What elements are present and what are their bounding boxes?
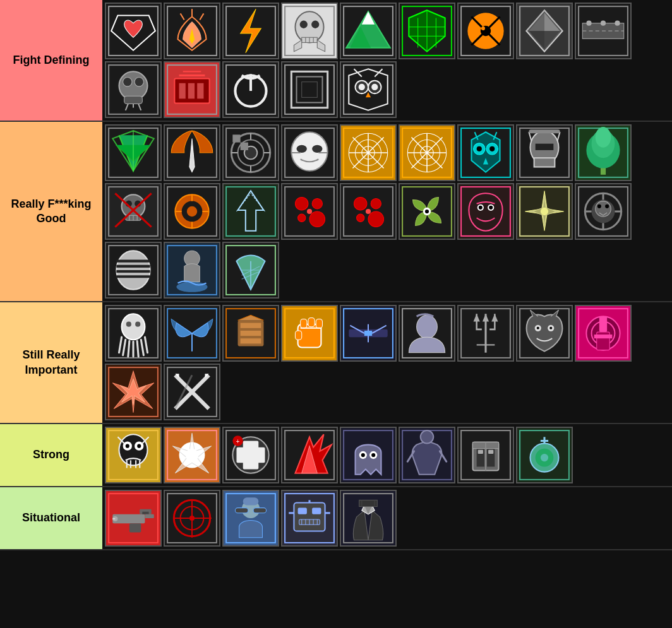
svg-point-177 — [307, 209, 312, 214]
owl-icon[interactable] — [340, 61, 397, 118]
mask-icon[interactable] — [281, 124, 338, 181]
feather-icon[interactable] — [222, 242, 279, 299]
barrier-icon[interactable] — [575, 3, 632, 59]
medic-cross-icon[interactable]: + — [222, 427, 279, 483]
tree-icon[interactable] — [575, 124, 632, 181]
arrow-up-icon[interactable] — [222, 183, 279, 240]
starburst-icon[interactable] — [164, 427, 220, 483]
svg-text:+: + — [236, 438, 240, 445]
svg-point-183 — [368, 211, 384, 227]
svg-rect-331 — [478, 450, 483, 454]
svg-point-180 — [354, 197, 366, 210]
power-icon[interactable] — [222, 61, 279, 118]
svg-rect-63 — [179, 83, 186, 99]
svg-rect-344 — [129, 523, 141, 532]
tier-label-situational: Situational — [0, 487, 102, 549]
svg-rect-279 — [594, 335, 613, 338]
sniper-scope-icon[interactable] — [164, 490, 220, 547]
svg-point-102 — [291, 132, 327, 170]
svg-point-174 — [312, 199, 322, 209]
gas-skull-icon[interactable] — [105, 61, 162, 118]
suit-tie-icon[interactable] — [340, 490, 397, 547]
panda-target-icon[interactable] — [281, 183, 338, 240]
profile-icon[interactable] — [399, 305, 455, 362]
diamond-icon[interactable] — [516, 3, 573, 59]
agent-icon[interactable] — [222, 490, 279, 547]
svg-point-272 — [549, 327, 552, 329]
tier-items-really-good — [102, 122, 672, 301]
svg-point-259 — [417, 315, 438, 338]
svg-rect-307 — [236, 447, 265, 463]
svg-rect-245 — [301, 319, 307, 328]
spartan-helmet-icon[interactable] — [516, 124, 573, 181]
claw-red-icon[interactable] — [281, 427, 338, 483]
wolf-icon[interactable] — [516, 305, 573, 362]
mountain-icon[interactable] — [340, 3, 397, 59]
lotus-icon[interactable] — [164, 3, 220, 59]
grenade-icon[interactable] — [516, 427, 573, 483]
eye-swirl-icon[interactable] — [399, 183, 455, 240]
heart-card-icon[interactable] — [105, 3, 162, 59]
svg-point-296 — [126, 444, 129, 448]
svg-rect-360 — [253, 508, 266, 513]
svg-rect-64 — [188, 83, 195, 99]
frame-icon[interactable] — [281, 61, 338, 118]
tier-items-fight-defining — [102, 0, 672, 121]
tier-row-still-important: Still Really Important — [0, 302, 672, 424]
tier-row-strong: Strong + — [0, 424, 672, 487]
fist-icon[interactable] — [281, 305, 338, 362]
svg-rect-240 — [241, 331, 261, 336]
owl-helmet-icon[interactable] — [457, 124, 514, 181]
svg-rect-332 — [488, 450, 493, 454]
svg-rect-56 — [124, 96, 143, 104]
tier-row-really-good: Really F***king Good — [0, 122, 672, 302]
robot-skull-icon[interactable] — [281, 490, 338, 547]
svg-point-194 — [489, 206, 493, 210]
tier-label-strong: Strong — [0, 424, 102, 486]
squid-icon[interactable] — [105, 305, 162, 362]
svg-rect-346 — [142, 512, 148, 514]
knife-box-icon[interactable] — [340, 305, 397, 362]
tiger-icon[interactable] — [457, 3, 514, 59]
leaves-icon[interactable] — [105, 124, 162, 181]
trident-icon[interactable] — [457, 305, 514, 362]
gun-icon[interactable] — [105, 490, 162, 547]
svg-rect-96 — [232, 134, 240, 142]
svg-point-271 — [537, 327, 539, 329]
tier-label-really-good: Really F***king Good — [0, 122, 102, 301]
bird-wings-icon[interactable] — [164, 305, 220, 362]
svg-point-355 — [189, 516, 195, 521]
lightning-icon[interactable] — [222, 3, 279, 59]
grid-shield-icon[interactable] — [399, 3, 455, 59]
svg-point-193 — [479, 206, 483, 210]
svg-rect-248 — [295, 331, 301, 340]
eye-wings-icon[interactable] — [340, 124, 397, 181]
gear-skull-icon[interactable] — [575, 183, 632, 240]
cross-slash-icon[interactable] — [164, 364, 220, 420]
figure-icon[interactable] — [399, 427, 455, 483]
spider-web-icon[interactable] — [399, 124, 455, 181]
checker-target-icon[interactable] — [222, 124, 279, 181]
man-water-icon[interactable] — [164, 242, 220, 299]
skull-cross-icon[interactable] — [105, 183, 162, 240]
svg-rect-365 — [298, 508, 307, 514]
vest-icon[interactable] — [457, 427, 514, 483]
svg-point-15 — [311, 21, 319, 28]
armor-icon[interactable] — [222, 305, 279, 362]
ghost-icon[interactable] — [340, 427, 397, 483]
mask-stripes-icon[interactable] — [105, 242, 162, 299]
svg-point-104 — [312, 145, 322, 153]
skull-face-icon[interactable] — [281, 3, 338, 59]
dots-icon[interactable] — [340, 183, 397, 240]
scope-eye-icon[interactable] — [164, 183, 220, 240]
piston-icon[interactable] — [575, 305, 632, 362]
svg-point-232 — [135, 322, 140, 327]
dragon-icon[interactable] — [457, 183, 514, 240]
ammo-box-icon[interactable] — [164, 61, 220, 118]
star-compass-icon[interactable] — [516, 183, 573, 240]
wing-blade-icon[interactable] — [164, 124, 220, 181]
svg-rect-366 — [312, 508, 321, 514]
screaming-skull-icon[interactable] — [105, 427, 162, 483]
shatter-icon[interactable] — [105, 364, 162, 420]
svg-rect-239 — [241, 323, 261, 328]
